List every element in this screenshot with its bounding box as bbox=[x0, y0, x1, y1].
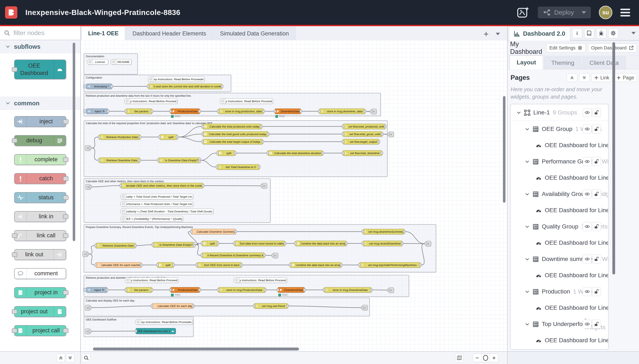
flow-node-linkout[interactable] bbox=[362, 305, 368, 310]
chevron-down-icon[interactable] bbox=[524, 223, 530, 230]
sidebar-tab-debug[interactable] bbox=[596, 28, 606, 38]
palette-node-complete[interactable]: complete bbox=[14, 154, 66, 165]
palette-node-inject[interactable]: inject bbox=[14, 116, 66, 127]
zoom-out-button[interactable]: − bbox=[473, 354, 481, 362]
input-port[interactable] bbox=[201, 125, 204, 128]
flow-node-change-Retrieve-Production-Data[interactable]: Retrieve Production Data bbox=[99, 134, 140, 140]
palette-node-catch[interactable]: catch bbox=[14, 173, 66, 184]
lock-toggle-button[interactable] bbox=[592, 157, 601, 166]
input-port[interactable] bbox=[233, 242, 236, 245]
sidebar-tab-dashboard[interactable]: Dashboard 2.0 bbox=[509, 27, 570, 40]
output-port[interactable] bbox=[198, 288, 201, 291]
input-port[interactable] bbox=[358, 264, 361, 266]
flow-node-comment-Key-Instructions:-Read-B[interactable]: Key Instructions: Read Before Proceeding bbox=[148, 76, 205, 82]
output-port[interactable] bbox=[340, 264, 343, 266]
flow-node-data-ProductionData[interactable]: ProductionDataRWC bbox=[170, 108, 200, 114]
input-port[interactable] bbox=[12, 328, 17, 333]
flow-node-join-Calculate-the-total-down[interactable]: Calculate the total downtime duration bbox=[267, 150, 323, 156]
input-port[interactable] bbox=[12, 67, 17, 72]
output-port[interactable] bbox=[176, 136, 179, 138]
input-port[interactable] bbox=[271, 254, 274, 257]
inject-button[interactable] bbox=[83, 84, 86, 88]
flow-node-change-Set-params[interactable]: Set params bbox=[126, 108, 152, 114]
lock-toggle-button[interactable] bbox=[592, 222, 601, 231]
input-port[interactable] bbox=[119, 184, 122, 187]
input-port[interactable] bbox=[95, 264, 97, 266]
output-port[interactable] bbox=[322, 152, 324, 154]
ai-flow-assistant-icon[interactable] bbox=[517, 6, 530, 19]
input-port[interactable] bbox=[169, 288, 172, 291]
flow-node-change-set-flow.total_produced_[interactable]: set flow.total_produced_units bbox=[343, 124, 386, 129]
canvas-horizontal-scrollbar[interactable] bbox=[93, 348, 299, 350]
main-menu-icon[interactable] bbox=[620, 9, 630, 16]
dashboard-subtab-Layout[interactable]: Layout bbox=[510, 56, 543, 69]
input-port[interactable] bbox=[362, 230, 364, 233]
flow-node-change-store-in-msg.DowntimeDat[interactable]: store in msg.DowntimeData bbox=[324, 287, 372, 293]
output-port[interactable] bbox=[240, 264, 243, 266]
sidebar-tab-info[interactable] bbox=[572, 28, 582, 38]
output-port[interactable] bbox=[284, 242, 286, 245]
input-port[interactable] bbox=[387, 133, 390, 136]
lock-toggle-button[interactable] bbox=[592, 287, 601, 296]
navigator-button[interactable] bbox=[455, 354, 464, 362]
layout-tree-widget[interactable]: OEE Dashboard for Line 1 bbox=[510, 267, 608, 283]
palette-expand-categories-button[interactable] bbox=[66, 354, 74, 362]
flow-node-join-Calculate-the-total-prod[interactable]: Calculate the total produced units today bbox=[202, 124, 262, 129]
expand-all-button[interactable] bbox=[579, 74, 589, 82]
palette-node-status[interactable]: status bbox=[14, 192, 66, 203]
input-port[interactable] bbox=[12, 138, 17, 143]
flow-node-split-split[interactable]: split bbox=[157, 262, 174, 268]
flow-node-comment-OEE-=-(Availability)-*-([interactable]: OEE = (Availability) * (Performance) * (… bbox=[120, 216, 183, 222]
visibility-toggle-button[interactable] bbox=[583, 124, 592, 134]
output-port[interactable] bbox=[151, 288, 153, 291]
palette-node-link-call[interactable]: link call bbox=[14, 230, 66, 241]
flow-node-change-set-flow.total_downtime[interactable]: set flow.total_downtime bbox=[343, 150, 382, 156]
layout-tree-group[interactable]: Production1 Widgets bbox=[510, 283, 608, 300]
visibility-toggle-button[interactable] bbox=[583, 222, 592, 231]
add-link-button[interactable]: Link bbox=[591, 74, 612, 82]
flow-node-comment-Quality-=-Total-Good-Uni[interactable]: Quality = Total Good Units Produced / To… bbox=[120, 194, 193, 199]
layout-tree-widget[interactable]: OEE Dashboard for Line 1 bbox=[510, 332, 608, 348]
output-port[interactable] bbox=[107, 110, 109, 113]
add-flow-button[interactable]: + bbox=[484, 31, 489, 37]
palette-collapse-categories-button[interactable] bbox=[57, 354, 65, 362]
flow-node-split-split[interactable]: split bbox=[217, 150, 235, 156]
flow-node-change-store-in-msg.downtime_da[interactable]: store in msg.downtime_data bbox=[319, 108, 365, 114]
edit-settings-button[interactable]: Edit Settings bbox=[546, 44, 586, 52]
input-port[interactable] bbox=[253, 304, 255, 308]
flow-canvas[interactable]: DocumentationConfigurationRetrieve produ… bbox=[81, 40, 507, 352]
input-port[interactable] bbox=[370, 110, 373, 113]
output-port[interactable] bbox=[384, 125, 387, 128]
deploy-options-caret-icon[interactable] bbox=[581, 11, 586, 14]
input-port[interactable] bbox=[425, 242, 427, 245]
input-port[interactable] bbox=[361, 306, 364, 309]
canvas-vertical-scrollbar[interactable] bbox=[503, 96, 505, 203]
flow-node-linkout[interactable] bbox=[262, 183, 267, 188]
input-port[interactable] bbox=[216, 152, 219, 154]
visibility-toggle-button[interactable] bbox=[583, 190, 592, 198]
layout-tree-group[interactable]: Downtime summery1 Widgets bbox=[510, 251, 608, 267]
output-port[interactable] bbox=[86, 252, 89, 256]
output-port[interactable] bbox=[63, 214, 69, 219]
add-page-button[interactable]: Page bbox=[614, 74, 637, 82]
lock-toggle-button[interactable] bbox=[592, 320, 601, 328]
palette-node-debug[interactable]: debug bbox=[14, 135, 66, 146]
flow-tab-Dashboard-Header-Elements[interactable]: Dashboard Header Elements bbox=[126, 27, 213, 40]
flow-node-change-Set-Total-Downtime-to-0[interactable]: Set Total Downtime to 0 bbox=[217, 164, 259, 170]
output-port[interactable] bbox=[202, 184, 204, 187]
flow-node-linkin[interactable] bbox=[85, 305, 90, 310]
flow-node-sort-Sort-OEE-from-worst-to-b[interactable]: Sort OEE from worst to best bbox=[196, 262, 242, 268]
output-port[interactable] bbox=[286, 304, 289, 308]
inject-button[interactable] bbox=[83, 288, 86, 292]
input-port[interactable] bbox=[342, 140, 344, 143]
palette-node-link-in[interactable]: link in bbox=[14, 211, 66, 222]
flow-node-change-set-flow.total_good_unit[interactable]: set flow.total_good_units bbox=[343, 131, 383, 137]
palette-node-project-call[interactable]: project call bbox=[14, 325, 66, 336]
flow-node-change-store-in-msg.ProductionD[interactable]: store in msg.ProductionData bbox=[218, 287, 265, 293]
sidebar-tab-config[interactable] bbox=[608, 28, 618, 38]
input-port[interactable] bbox=[217, 110, 220, 113]
palette-node-comment[interactable]: comment bbox=[14, 268, 66, 279]
chevron-down-icon[interactable] bbox=[524, 158, 530, 165]
output-port[interactable] bbox=[63, 195, 69, 200]
input-port[interactable] bbox=[12, 233, 17, 238]
